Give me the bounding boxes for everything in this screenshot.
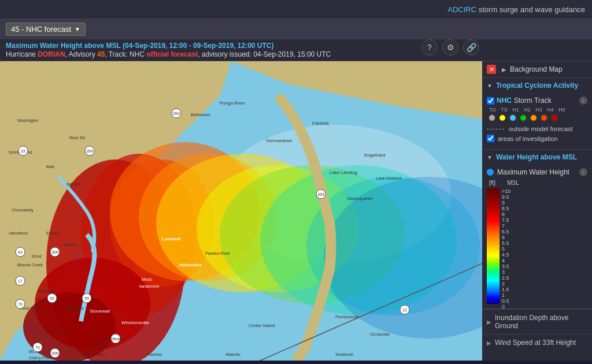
scale-val-8-5: 8.5 (502, 206, 510, 211)
nhc-label: NHC (497, 96, 512, 105)
tropical-cyclone-section: ▼ Tropical Cyclone Activity NHC Storm Tr… (482, 78, 592, 150)
storm-track-label: Storm Track (514, 96, 552, 105)
areas-investigation-checkbox[interactable] (487, 135, 494, 142)
water-height-header[interactable]: ▼ Water Height above MSL (482, 150, 592, 165)
inundation-section[interactable]: ▶ Inundation Depth above Ground (482, 309, 592, 334)
scale-val-6: 6 (502, 235, 510, 240)
scale-val-9: 9 (502, 200, 510, 206)
dot-ts (498, 114, 506, 122)
svg-text:264: 264 (173, 112, 180, 116)
dot-h1 (509, 114, 517, 122)
map-area[interactable]: Grimesland Washington River Rd Belhaven … (0, 61, 482, 361)
svg-text:M-Beach: M-Beach (108, 337, 124, 341)
water-height-label: Water Height above MSL (496, 153, 577, 161)
dashed-line-icon (487, 129, 504, 129)
infobar-line1: Maximum Water Height above MSL (04-Sep-2… (6, 42, 586, 50)
cat-h4: H4 (546, 107, 555, 113)
scale-val-9-5: 9.5 (502, 194, 510, 200)
outside-model-row: outside model forecast (487, 125, 587, 132)
topbar-text: ADCIRC storm surge and wave guidance (447, 5, 585, 14)
svg-text:70: 70 (35, 346, 40, 350)
svg-text:Edward: Edward (46, 231, 60, 235)
settings-button[interactable]: ⚙ (442, 39, 458, 55)
storm-track-info[interactable]: i (579, 96, 587, 105)
scale-val-5-5: 5.5 (502, 240, 510, 246)
scale-val-7: 7 (502, 223, 510, 229)
background-map-close[interactable]: ✕ (487, 65, 496, 74)
svg-text:Merrimon: Merrimon (92, 344, 110, 348)
water-height-content: Maximum Water Height i [ft] MSL >10 9.5 … (482, 165, 592, 309)
inundation-label: Inundation Depth above Ground (495, 314, 587, 330)
svg-text:306: 306 (51, 351, 58, 355)
scale-val-2-5: 2.5 (502, 275, 510, 281)
svg-text:12: 12 (402, 308, 407, 312)
cat-h5: H5 (557, 107, 567, 113)
forecast-dropdown[interactable]: 45 - NHC forecast ▼ (6, 23, 86, 36)
tropical-cyclone-content: NHC Storm Track i TD TS H1 H2 H3 H4 H5 (482, 93, 592, 149)
colorscale-bar (487, 188, 500, 304)
svg-text:Last Chance: Last Chance (376, 176, 402, 181)
dropdown-arrow: ▼ (75, 26, 80, 32)
scale-val-5: 5 (502, 246, 510, 252)
svg-text:Blounts Creek: Blounts Creek (17, 263, 43, 267)
cat-ts: TS (500, 107, 509, 113)
svg-text:Belhaven: Belhaven (191, 112, 210, 117)
wind-speed-section[interactable]: ▶ Wind Speed at 33ft Height (482, 334, 592, 351)
scale-val-10: >10 (502, 188, 510, 194)
svg-text:264: 264 (86, 149, 93, 153)
svg-text:Atlantic: Atlantic (225, 352, 240, 357)
cat-td: TD (488, 107, 497, 113)
inundation-triangle: ▶ (487, 319, 491, 325)
water-height-section: ▼ Water Height above MSL Maximum Water H… (482, 150, 592, 309)
svg-text:Whortonsville: Whortonsville (121, 320, 150, 325)
wind-speed-label: Wind Speed at 33ft Height (495, 339, 576, 347)
background-map-section: ✕ ▶ Background Map (482, 61, 592, 78)
map-svg: Grimesland Washington River Rd Belhaven … (0, 61, 482, 361)
main-area: Grimesland Washington River Rd Belhaven … (0, 61, 592, 361)
max-water-height-row: Maximum Water Height i (487, 168, 587, 176)
svg-text:River Rd: River Rd (69, 136, 85, 140)
svg-text:Swanquarter: Swanquarter (347, 196, 373, 201)
topbar: ADCIRC storm surge and wave guidance (0, 0, 592, 18)
storm-track-checkbox[interactable] (487, 97, 494, 105)
svg-text:Stonewall: Stonewall (90, 309, 110, 314)
infobar-line2: Hurricane DORIAN, Advisory 45, Track: NH… (6, 50, 586, 58)
svg-text:Pungo River: Pungo River (220, 101, 245, 106)
icon-buttons: ? ⚙ 🔗 (421, 39, 479, 55)
infobar: Maximum Water Height above MSL (04-Sep-2… (0, 39, 592, 61)
background-map-header[interactable]: ✕ ▶ Background Map (482, 61, 592, 77)
tropical-cyclone-header[interactable]: ▼ Tropical Cyclone Activity (482, 78, 592, 93)
dot-h4 (540, 114, 548, 122)
scale-val-2: 2 (502, 281, 510, 287)
svg-text:Engelhard: Engelhard (364, 153, 385, 158)
colorscale-container: >10 9.5 9 8.5 8 7.5 7 6.5 6 5.5 5 4.5 4 … (487, 188, 587, 304)
scale-val-1: 1 (502, 292, 510, 298)
link-button[interactable]: 🔗 (463, 39, 479, 55)
adcirc-link[interactable]: ADCIRC (447, 5, 476, 14)
help-button[interactable]: ? (421, 39, 438, 55)
svg-text:Washington: Washington (17, 118, 39, 123)
svg-text:New Bern: New Bern (38, 289, 56, 293)
tropical-cyclone-triangle: ▼ (487, 83, 493, 89)
scale-header-row: [ft] MSL (487, 180, 587, 186)
dot-h3 (530, 114, 538, 122)
max-water-height-info[interactable]: i (579, 168, 587, 176)
svg-text:306: 306 (51, 250, 58, 254)
scale-val-4-5: 4.5 (502, 252, 510, 258)
forecast-label: 45 - NHC forecast (11, 25, 71, 34)
dot-h2 (519, 114, 527, 122)
tropical-cyclone-label: Tropical Cyclone Activity (496, 81, 578, 90)
svg-text:Aurora: Aurora (64, 242, 78, 247)
scale-val-3-5: 3.5 (502, 263, 510, 269)
cat-h3: H3 (534, 107, 543, 113)
dot-h5 (550, 114, 558, 122)
official-forecast-label: official forecast (146, 50, 198, 58)
svg-text:Lowland: Lowland (162, 236, 181, 242)
svg-text:55: 55 (50, 296, 54, 300)
scale-val-7-5: 7.5 (502, 217, 510, 223)
svg-text:Oriental: Oriental (55, 329, 69, 333)
svg-text:Ocracoke: Ocracoke (370, 332, 390, 337)
svg-text:Fairfield: Fairfield (312, 121, 328, 126)
hurricane-name: DORIAN (38, 50, 65, 58)
svg-text:17: 17 (18, 279, 23, 283)
